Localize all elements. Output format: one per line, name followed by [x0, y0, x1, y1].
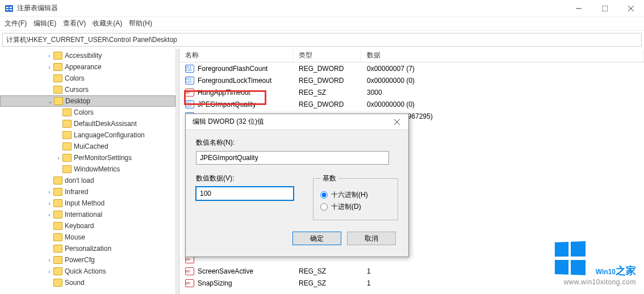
- chevron-icon: ›: [45, 200, 53, 207]
- tree-item[interactable]: LanguageConfiguration: [0, 129, 175, 141]
- list-row[interactable]: 011110ForegroundLockTimeoutREG_DWORD0x00…: [179, 74, 644, 86]
- row-data: 0x00000000 (0): [361, 77, 644, 85]
- sz-icon: ab: [185, 89, 194, 96]
- dialog-close-button[interactable]: [386, 114, 408, 130]
- folder-icon: [53, 52, 62, 60]
- dialog-body: 数值名称(N): 数值数据(V): 基数 十六进制(H) 十进制(D) 确定 取…: [186, 130, 408, 253]
- logo-text: Win10之家: [596, 261, 636, 278]
- tree-item[interactable]: Sound: [0, 277, 175, 288]
- tree-panel[interactable]: ›Accessibility›AppearanceColorsCursors⌄D…: [0, 49, 176, 294]
- folder-icon: [53, 233, 62, 241]
- dialog-title-text: 编辑 DWORD (32 位)值: [193, 117, 386, 127]
- tree-item[interactable]: Personalization: [0, 243, 175, 254]
- folder-icon: [53, 222, 62, 230]
- row-name: SnapSizing: [198, 279, 232, 287]
- tree-label: Colors: [74, 108, 94, 116]
- list-row[interactable]: 011110ForegroundFlashCountREG_DWORD0x000…: [179, 62, 644, 74]
- folder-icon: [53, 245, 62, 253]
- tree-label: Infrared: [65, 188, 88, 196]
- menu-help[interactable]: 帮助(H): [129, 19, 152, 28]
- tree-label: LanguageConfiguration: [74, 131, 145, 139]
- menu-favorites[interactable]: 收藏夹(A): [93, 19, 122, 28]
- row-name: ForegroundFlashCount: [198, 65, 267, 73]
- window-controls: [566, 0, 644, 17]
- tree-item[interactable]: MuiCached: [0, 141, 175, 152]
- tree-item[interactable]: ›Infrared: [0, 186, 175, 198]
- chevron-icon: ›: [55, 155, 62, 161]
- folder-icon: [53, 256, 62, 264]
- menu-edit[interactable]: 编辑(E): [34, 19, 56, 28]
- menubar: 文件(F) 编辑(E) 查看(V) 收藏夹(A) 帮助(H): [0, 17, 644, 31]
- tree-item[interactable]: Colors: [0, 107, 175, 118]
- value-data-label: 数值数据(V):: [196, 174, 296, 183]
- tree-item[interactable]: DefaultDeskAssisant: [0, 118, 175, 129]
- tree-item[interactable]: ›PerMonitorSettings: [0, 152, 175, 163]
- col-data[interactable]: 数据: [361, 49, 644, 62]
- folder-icon: [53, 63, 62, 71]
- tree-label: Quick Actions: [65, 267, 106, 275]
- folder-icon: [54, 97, 63, 105]
- value-name-input[interactable]: [196, 151, 389, 165]
- chevron-icon: ⌄: [46, 98, 54, 104]
- radio-hex-input[interactable]: [320, 191, 328, 199]
- tree-label: Cursors: [65, 86, 89, 94]
- tree-label: Personalization: [65, 245, 111, 253]
- chevron-icon: ›: [45, 257, 53, 263]
- menu-view[interactable]: 查看(V): [63, 19, 86, 28]
- tree-label: MuiCached: [74, 142, 108, 150]
- tree-label: Desktop: [65, 97, 90, 105]
- folder-icon: [53, 267, 62, 275]
- logo-url: www.win10xitong.com: [554, 278, 636, 286]
- radio-hex[interactable]: 十六进制(H): [320, 190, 391, 200]
- list-row[interactable]: abHungAppTimeoutREG_SZ3000: [179, 86, 644, 98]
- value-data-input[interactable]: [196, 187, 294, 200]
- tree-item[interactable]: ›Accessibility: [0, 50, 175, 61]
- close-button[interactable]: [618, 0, 644, 17]
- tree-item[interactable]: ⌄Desktop: [0, 95, 175, 107]
- list-row[interactable]: 011110JPEGImportQualityREG_DWORD0x000000…: [179, 98, 644, 110]
- maximize-button[interactable]: [592, 0, 618, 17]
- tree-item[interactable]: ›PowerCfg: [0, 254, 175, 266]
- folder-icon: [62, 131, 72, 139]
- svg-rect-6: [602, 6, 608, 11]
- dialog-titlebar: 编辑 DWORD (32 位)值: [186, 114, 408, 130]
- svg-rect-4: [10, 9, 12, 10]
- row-type: REG_SZ: [293, 279, 361, 287]
- col-type[interactable]: 类型: [293, 49, 361, 62]
- tree-item[interactable]: Mouse: [0, 232, 175, 243]
- tree-item[interactable]: ›Quick Actions: [0, 266, 175, 277]
- radio-dec[interactable]: 十进制(D): [320, 202, 391, 212]
- chevron-icon: ›: [45, 189, 53, 195]
- tree-item[interactable]: ›Input Method: [0, 198, 175, 209]
- tree-item[interactable]: WindowMetrics: [0, 163, 175, 175]
- radio-dec-input[interactable]: [320, 203, 328, 211]
- tree-label: don't load: [65, 177, 94, 184]
- tree-item[interactable]: ›International: [0, 209, 175, 220]
- tree-label: DefaultDeskAssisant: [74, 120, 137, 128]
- dword-icon: 011110: [185, 77, 194, 85]
- row-type: REG_DWORD: [293, 77, 361, 85]
- row-type: REG_DWORD: [293, 65, 361, 73]
- list-header: 名称 类型 数据: [179, 49, 644, 62]
- menu-file[interactable]: 文件(F): [5, 19, 27, 28]
- folder-icon: [62, 165, 72, 173]
- folder-icon: [53, 74, 62, 82]
- row-name: HungAppTimeout: [198, 89, 250, 96]
- chevron-icon: ›: [45, 268, 53, 275]
- tree-item[interactable]: don't load: [0, 175, 175, 186]
- minimize-button[interactable]: [566, 0, 592, 17]
- tree-item[interactable]: Keyboard: [0, 220, 175, 232]
- row-type: REG_DWORD: [293, 100, 361, 108]
- address-path: 计算机\HKEY_CURRENT_USER\Control Panel\Desk…: [6, 35, 177, 45]
- svg-rect-1: [6, 7, 9, 8]
- tree-item[interactable]: ›Appearance: [0, 61, 175, 73]
- tree-item[interactable]: Cursors: [0, 84, 175, 95]
- tree-label: WindowMetrics: [74, 165, 120, 173]
- col-name[interactable]: 名称: [179, 49, 293, 62]
- cancel-button[interactable]: 取消: [347, 232, 396, 245]
- ok-button[interactable]: 确定: [292, 232, 341, 245]
- dword-icon: 011110: [185, 100, 194, 108]
- address-bar[interactable]: 计算机\HKEY_CURRENT_USER\Control Panel\Desk…: [2, 33, 642, 47]
- row-type: REG_SZ: [293, 89, 361, 96]
- tree-item[interactable]: Colors: [0, 73, 175, 84]
